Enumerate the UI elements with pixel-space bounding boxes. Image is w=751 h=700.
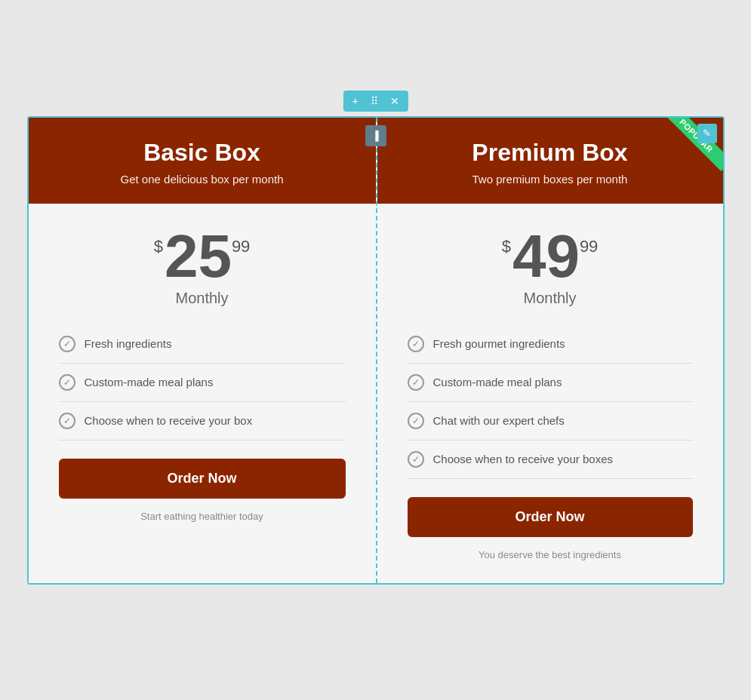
feature-text: Fresh ingredients [85, 337, 172, 350]
pricing-wrapper: + ⠿ ✕ ▐ Basic Box Get one delicious box … [27, 116, 725, 585]
premium-price-cents: 99 [580, 237, 598, 256]
premium-price-main: 49 [512, 226, 580, 287]
check-icon: ✓ [408, 374, 424, 391]
feature-text: Choose when to receive your box [85, 414, 253, 427]
basic-price-main: 25 [165, 226, 232, 287]
basic-order-button[interactable]: Order Now [59, 459, 346, 499]
premium-price-display: $ 49 99 [408, 226, 693, 287]
check-icon: ✓ [408, 451, 424, 468]
check-icon: ✓ [408, 413, 424, 429]
feature-text: Custom-made meal plans [85, 376, 214, 388]
premium-plan-body: $ 49 99 Monthly ✓ Fresh gourmet ingredie… [377, 204, 723, 583]
premium-order-button[interactable]: Order Now [408, 497, 693, 537]
basic-plan-card: Basic Box Get one delicious box per mont… [29, 118, 376, 583]
column-handle[interactable]: ▐ [365, 125, 386, 146]
grid-button[interactable]: ⠿ [368, 94, 381, 109]
list-item: ✓ Fresh gourmet ingredients [408, 325, 693, 364]
basic-footer-text: Start eathing healthier today [59, 511, 346, 522]
feature-text: Custom-made meal plans [433, 376, 562, 388]
premium-features-list: ✓ Fresh gourmet ingredients ✓ Custom-mad… [408, 325, 693, 479]
premium-price-period: Monthly [408, 290, 693, 307]
basic-plan-subtitle: Get one delicious box per month [44, 173, 361, 186]
pricing-container: ▐ Basic Box Get one delicious box per mo… [27, 116, 725, 585]
check-icon: ✓ [59, 413, 75, 429]
feature-text: Choose when to receive your boxes [433, 453, 613, 465]
toolbar: + ⠿ ✕ [343, 91, 408, 112]
basic-plan-title: Basic Box [44, 139, 361, 167]
basic-price-cents: 99 [232, 237, 250, 256]
list-item: ✓ Choose when to receive your boxes [408, 441, 693, 479]
premium-footer-text: You deserve the best ingredients [408, 549, 693, 560]
basic-price-display: $ 25 99 [59, 226, 346, 287]
premium-plan-header: Premium Box Two premium boxes per month … [377, 118, 723, 204]
list-item: ✓ Fresh ingredients [59, 325, 346, 364]
edit-icon: ✎ [703, 127, 711, 139]
premium-plan-card: ✎ Premium Box Two premium boxes per mont… [376, 118, 723, 583]
basic-price-dollar: $ [154, 237, 163, 256]
basic-features-list: ✓ Fresh ingredients ✓ Custom-made meal p… [59, 325, 346, 441]
check-icon: ✓ [59, 374, 75, 391]
feature-text: Chat with our expert chefs [433, 414, 565, 427]
feature-text: Fresh gourmet ingredients [433, 337, 565, 350]
basic-price-period: Monthly [59, 290, 346, 307]
list-item: ✓ Choose when to receive your box [59, 402, 346, 441]
premium-price-dollar: $ [502, 237, 511, 256]
check-icon: ✓ [59, 336, 75, 352]
close-button[interactable]: ✕ [387, 94, 402, 109]
list-item: ✓ Custom-made meal plans [408, 364, 693, 402]
basic-plan-body: $ 25 99 Monthly ✓ Fresh ingredients ✓ Cu… [29, 204, 376, 545]
list-item: ✓ Custom-made meal plans [59, 364, 346, 402]
list-item: ✓ Chat with our expert chefs [408, 402, 693, 441]
edit-button[interactable]: ✎ [697, 124, 717, 143]
check-icon: ✓ [408, 336, 424, 352]
add-button[interactable]: + [349, 94, 361, 109]
basic-plan-header: Basic Box Get one delicious box per mont… [29, 118, 376, 204]
column-handle-icon: ▐ [372, 130, 379, 141]
